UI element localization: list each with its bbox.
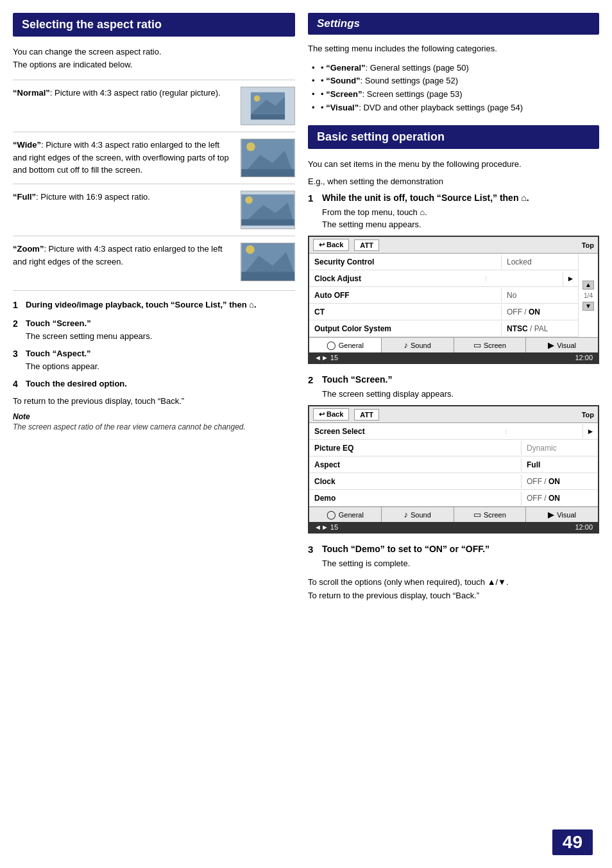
menu-tab-visual[interactable]: ▶ Visual [526, 338, 598, 352]
settings-bullets: • “General”: General settings (page 50) … [308, 62, 599, 115]
scroll-note: To scroll the options (only when require… [308, 577, 599, 587]
aspect-zoom-label: “Zoom” [13, 244, 44, 254]
back-note-right: To return to the previous display, touch… [308, 591, 599, 600]
svg-rect-8 [241, 169, 294, 177]
menu-1-status-left: ◄► 15 [314, 354, 338, 361]
menu-2-tab-visual[interactable]: ▶ Visual [526, 507, 598, 522]
step-1-num: 1 [13, 299, 22, 312]
menu-row-clock2: Clock OFF / ON [309, 473, 598, 490]
menu-label-pictureeq: Picture EQ [309, 441, 521, 455]
right-step-2: 2 Touch “Screen.” The screen setting dis… [308, 374, 599, 534]
menu-2-status-left: ◄► 15 [314, 523, 338, 531]
menu-2-tab-screen-label: Screen [484, 511, 506, 519]
menu-2-top-bar: ↩ Back ATT Top [309, 406, 598, 423]
menu-2-tab-general[interactable]: ◯ General [309, 507, 382, 522]
menu-1-scroll-up[interactable]: ▲ [582, 281, 594, 290]
menu-arrow-screenselect: ► [582, 424, 598, 438]
menu-1-status-right: 12:00 [575, 354, 593, 361]
aspect-full-desc: : Picture with 16:9 aspect ratio. [36, 192, 150, 202]
menu-2-tab-sound[interactable]: ♪ Sound [382, 507, 454, 522]
menu-label-autooff: Auto OFF [309, 288, 501, 302]
svg-rect-18 [241, 272, 294, 281]
general-icon: ◯ [327, 340, 336, 350]
bullet-screen: • “Screen”: Screen settings (page 53) [312, 88, 599, 101]
aspect-zoom: “Zoom”: Picture with 4:3 aspect ratio en… [13, 236, 295, 288]
menu-2-att-btn[interactable]: ATT [354, 409, 379, 421]
menu-1-scroll-down[interactable]: ▼ [582, 302, 594, 311]
right-step-3-title: Touch “Demo” to set to “ON” or “OFF.” [322, 544, 489, 555]
step-4-num: 4 [13, 378, 22, 391]
svg-point-14 [245, 196, 253, 204]
menu-tab-sound-label: Sound [411, 342, 431, 349]
svg-rect-3 [251, 114, 285, 120]
aspect-wide: “Wide”: Picture with 4:3 aspect ratio en… [13, 132, 295, 184]
sound-icon-2: ♪ [404, 510, 408, 519]
aspect-normal: “Normal”: Picture with 4:3 aspect ratio … [13, 80, 295, 132]
menu-tab-visual-label: Visual [557, 342, 576, 349]
aspect-wide-thumb [241, 139, 295, 177]
svg-point-4 [254, 96, 260, 102]
menu-label-ct: CT [309, 305, 501, 319]
menu-tab-sound[interactable]: ♪ Sound [382, 338, 454, 352]
aspect-zoom-desc: : Picture with 4:3 aspect ratio enlarged… [13, 244, 223, 266]
menu-tab-screen-label: Screen [484, 342, 506, 349]
menu-2-tab-sound-label: Sound [411, 511, 431, 519]
menu-value-ct: OFF / ON [501, 305, 578, 319]
menu-1-top-btn[interactable]: Top [582, 241, 594, 249]
right-step-2-sub: The screen setting display appears. [322, 389, 599, 399]
note-label: Note [13, 412, 295, 421]
menu-label-clock: Clock Adjust [309, 272, 486, 286]
menu-label-clock2: Clock [309, 474, 521, 489]
menu-2-back-btn[interactable]: ↩ Back [313, 408, 349, 421]
menu-label-screenselect: Screen Select [309, 424, 506, 438]
aspect-wide-desc: : Picture with 4:3 aspect ratio enlarged… [13, 140, 229, 175]
step-2-sub: The screen setting menu appears. [26, 331, 152, 341]
left-header: Selecting the aspect ratio [13, 13, 295, 37]
menu-value-clock2: OFF / ON [521, 474, 598, 489]
aspect-full-label: “Full” [13, 192, 36, 202]
right-step-1: 1 While the unit is off, touch “Source L… [308, 193, 599, 364]
note-text: The screen aspect ratio of the rear view… [13, 421, 295, 433]
menu-value-clock [486, 276, 563, 281]
svg-rect-13 [241, 220, 294, 226]
menu-2-tab-screen[interactable]: ▭ Screen [454, 507, 527, 522]
page-number: 49 [552, 829, 593, 855]
menu-row-security: Security Control Locked [309, 254, 578, 270]
menu-1-fraction: 1/4 [584, 292, 593, 299]
menu-value-aspect: Full [521, 458, 598, 472]
svg-point-9 [246, 143, 255, 152]
menu-2-status: ◄► 15 12:00 [309, 522, 598, 532]
menu-2-top-btn[interactable]: Top [582, 411, 594, 419]
menu-1-tabs: ◯ General ♪ Sound ▭ Screen ▶ Visual [309, 337, 598, 352]
menu-value-screenselect [506, 429, 582, 434]
aspect-normal-thumb [241, 87, 295, 125]
note-section: Note The screen aspect ratio of the rear… [13, 412, 295, 433]
menu-1-rows: Security Control Locked Clock Adjust ► A… [309, 254, 578, 337]
menu-1-back-btn[interactable]: ↩ Back [313, 239, 349, 251]
step-1: 1 During video/image playback, touch “So… [13, 299, 295, 312]
menu-1-att-btn[interactable]: ATT [354, 239, 379, 251]
sound-icon: ♪ [404, 340, 408, 350]
basic-header: Basic setting operation [308, 125, 599, 149]
menu-value-colorsy: NTSC / PAL [501, 322, 578, 336]
menu-tab-screen[interactable]: ▭ Screen [454, 338, 527, 352]
aspect-full-thumb [241, 191, 295, 229]
menu-2-tab-general-label: General [339, 511, 364, 519]
menu-row-screenselect: Screen Select ► [309, 423, 598, 440]
menu-label-aspect: Aspect [309, 458, 521, 472]
menu-tab-general-label: General [339, 342, 364, 349]
right-step-3-num: 3 [308, 544, 318, 555]
menu-tab-general[interactable]: ◯ General [309, 338, 382, 352]
left-column: Selecting the aspect ratio You can chang… [13, 13, 295, 855]
visual-icon-2: ▶ [548, 510, 554, 519]
screen-icon-2: ▭ [473, 510, 481, 519]
menu-row-autooff: Auto OFF No [309, 287, 578, 304]
menu-row-pictureeq: Picture EQ Dynamic [309, 440, 598, 456]
step-4-title: Touch the desired option. [26, 379, 127, 388]
left-steps: 1 During video/image playback, touch “So… [13, 290, 295, 433]
menu-1: ↩ Back ATT Top Security Control Locked C… [308, 236, 599, 364]
menu-row-aspect: Aspect Full [309, 456, 598, 473]
menu-row-demo: Demo OFF / ON [309, 490, 598, 507]
menu-value-security: Locked [501, 255, 578, 269]
right-step-1-title: While the unit is off, touch “Source Lis… [322, 193, 529, 204]
